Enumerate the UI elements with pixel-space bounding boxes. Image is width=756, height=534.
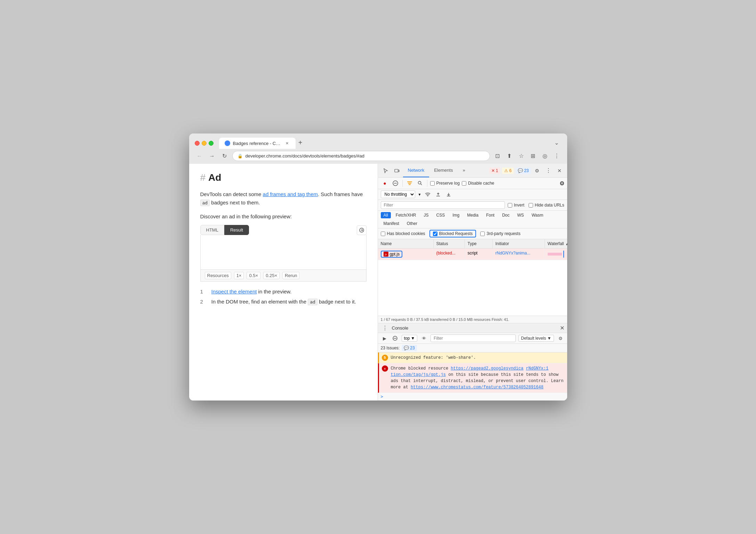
disable-cache-label[interactable]: Disable cache: [462, 181, 494, 186]
zoom-1x[interactable]: 1×: [234, 272, 244, 279]
third-party-label[interactable]: 3rd-party requests: [480, 231, 520, 236]
devtools-settings-icon[interactable]: ⚙: [532, 166, 542, 176]
console-error-msg: ✕ Chrome blocked resource https://pagead…: [378, 363, 567, 393]
console-block-icon[interactable]: [391, 334, 399, 342]
close-window-button[interactable]: [195, 141, 200, 146]
cursor-tool-icon[interactable]: [381, 166, 391, 176]
type-btn-font[interactable]: Font: [483, 212, 497, 218]
error-link-ref[interactable]: rNdGNYx:1: [526, 366, 548, 371]
top-selector[interactable]: top ▼: [402, 335, 418, 342]
zoom-05x[interactable]: 0.5×: [247, 272, 260, 279]
preserve-log-label[interactable]: Preserve log: [430, 181, 460, 186]
extensions-icon[interactable]: ⊞: [528, 151, 538, 161]
default-levels-select[interactable]: Default levels ▼: [518, 335, 554, 342]
error-link-domain[interactable]: tion.com/tag/js/gpt.js: [391, 372, 446, 377]
menu-icon[interactable]: ⋮: [552, 151, 562, 161]
console-run-icon[interactable]: ▶: [381, 334, 388, 342]
table-row[interactable]: js gpt.js (blocked... script rNdGNYx?ani…: [378, 249, 567, 260]
waterfall-blue-line: [563, 251, 564, 258]
type-btn-media[interactable]: Media: [464, 212, 481, 218]
inspect-element-link[interactable]: Inspect the element: [211, 289, 257, 294]
download-icon[interactable]: [445, 191, 452, 198]
responsive-tool-icon[interactable]: [392, 166, 402, 176]
type-btn-other[interactable]: Other: [404, 220, 420, 227]
console-settings-icon[interactable]: ⚙: [557, 334, 564, 342]
disable-cache-checkbox[interactable]: [462, 181, 466, 186]
url-bar[interactable]: 🔒 developer.chrome.com/docs/devtools/ele…: [232, 151, 490, 161]
type-btn-js[interactable]: JS: [421, 212, 432, 218]
blocked-requests-highlight: Blocked Requests: [429, 230, 476, 237]
reload-button[interactable]: ↻: [220, 151, 230, 161]
info-count: 23: [524, 168, 529, 173]
filter-input[interactable]: [381, 201, 505, 209]
tab-close-button[interactable]: ✕: [284, 140, 290, 146]
type-btn-all[interactable]: All: [381, 212, 391, 218]
console-dots-icon[interactable]: ⋮: [381, 325, 389, 331]
console-filter-input[interactable]: [431, 334, 516, 342]
table-header: Name Status Type Initiator Waterfall ▲: [378, 239, 567, 249]
maximize-window-button[interactable]: [209, 141, 214, 146]
type-btn-doc[interactable]: Doc: [499, 212, 512, 218]
network-settings-icon[interactable]: ⚙: [560, 180, 564, 187]
back-button[interactable]: ←: [195, 151, 204, 161]
tab-elements[interactable]: Elements: [429, 164, 458, 177]
type-btn-img[interactable]: Img: [450, 212, 462, 218]
preview-tab-html[interactable]: HTML: [200, 225, 224, 235]
page-paragraph-1: DevTools can detect some ad frames and t…: [200, 190, 367, 207]
rerun-button[interactable]: Rerun: [282, 272, 299, 279]
preview-icon-button[interactable]: [357, 225, 367, 235]
minimize-window-button[interactable]: [202, 141, 207, 146]
window-chevron-icon[interactable]: ⌄: [552, 138, 562, 147]
error-link-1[interactable]: https://pagead2.googlesyndica: [451, 366, 523, 371]
blocked-requests-checkbox[interactable]: [433, 232, 437, 236]
preview-tab-result[interactable]: Result: [224, 225, 249, 235]
invert-label[interactable]: Invert: [508, 203, 524, 208]
error-circle-icon: ✕: [382, 365, 388, 372]
cast-icon[interactable]: ⊡: [493, 151, 502, 161]
third-party-checkbox[interactable]: [480, 232, 485, 236]
preserve-log-checkbox[interactable]: [430, 181, 435, 186]
more-tabs-button[interactable]: »: [458, 164, 470, 177]
profile-icon[interactable]: ◎: [540, 151, 550, 161]
new-tab-button[interactable]: +: [296, 138, 305, 147]
step-1-text: in the preview.: [258, 289, 292, 294]
svg-point-5: [418, 181, 421, 184]
eye-icon[interactable]: 👁: [420, 334, 428, 342]
upload-icon[interactable]: [434, 191, 442, 198]
share-icon[interactable]: ⬆: [505, 151, 514, 161]
type-btn-css[interactable]: CSS: [434, 212, 448, 218]
filter-icon[interactable]: [405, 179, 414, 187]
search-icon[interactable]: [416, 179, 424, 187]
devtools-more-icon[interactable]: ⋮: [544, 166, 553, 176]
devtools-close-icon[interactable]: ✕: [555, 166, 564, 176]
console-close-button[interactable]: ✕: [560, 325, 564, 331]
wifi-icon[interactable]: [424, 191, 432, 198]
type-btn-ws[interactable]: WS: [514, 212, 526, 218]
console-caret[interactable]: >: [378, 393, 567, 400]
throttle-select[interactable]: No throttling: [381, 191, 415, 198]
bookmark-icon[interactable]: ☆: [516, 151, 526, 161]
has-blocked-cookies-checkbox[interactable]: [381, 232, 385, 236]
record-button[interactable]: ●: [381, 179, 389, 187]
preview-label: Discover an ad in the following preview:: [200, 212, 367, 221]
hide-data-urls-checkbox[interactable]: [529, 203, 533, 208]
clear-button[interactable]: [391, 179, 400, 187]
has-blocked-cookies-label[interactable]: Has blocked cookies: [381, 231, 425, 236]
network-status-bar: 1 / 67 requests 0 B / 37.5 kB transferre…: [378, 316, 567, 323]
active-tab[interactable]: Badges reference - Chrome De ✕: [219, 138, 296, 149]
network-toolbar-2: No throttling ▼: [378, 189, 567, 200]
type-btn-fetch[interactable]: Fetch/XHR: [393, 212, 419, 218]
forward-button[interactable]: →: [207, 151, 217, 161]
console-messages: 5 Unrecognized feature: 'web-share'. ✕ C…: [378, 353, 567, 400]
hide-data-urls-label[interactable]: Hide data URLs: [529, 203, 564, 208]
zoom-025x[interactable]: 0.25×: [263, 272, 280, 279]
td-initiator[interactable]: rNdGNYx?anima...: [493, 249, 545, 260]
type-btn-manifest[interactable]: Manifest: [381, 220, 402, 227]
ad-frames-link[interactable]: ad frames and tag them: [263, 191, 318, 197]
tab-network[interactable]: Network: [403, 164, 429, 177]
error-link-3[interactable]: https://www.chromestatus.com/feature/573…: [411, 385, 544, 390]
invert-checkbox[interactable]: [508, 203, 512, 208]
error-text: Chrome blocked resource https://pagead2.…: [391, 365, 564, 390]
type-btn-wasm[interactable]: Wasm: [529, 212, 546, 218]
blocked-requests-label[interactable]: Blocked Requests: [433, 231, 473, 236]
